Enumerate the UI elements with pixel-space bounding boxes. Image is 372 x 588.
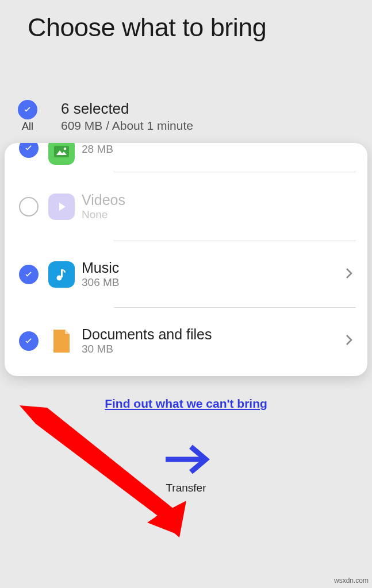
selected-count: 6 selected [61,100,193,118]
transfer-label: Transfer [166,482,206,494]
item-checkbox[interactable] [19,331,39,351]
item-title: Documents and files [82,326,346,343]
cant-bring-link[interactable]: Find out what we can't bring [105,397,267,410]
check-icon [23,335,34,347]
svg-rect-0 [54,146,69,157]
items-card: 28 MB Videos None [5,143,367,376]
item-title: Videos [82,192,354,208]
item-sub: 306 MB [82,276,346,289]
video-icon [48,194,75,220]
chevron-right-icon [346,143,354,154]
check-icon [22,104,33,115]
svg-rect-6 [61,269,63,277]
select-all-checkbox[interactable] [18,100,37,119]
item-checkbox[interactable] [19,197,39,216]
watermark: wsxdn.com [334,577,369,585]
selected-meta: 609 MB / About 1 minute [61,119,193,133]
item-sub: None [82,208,354,221]
list-item[interactable]: 28 MB [5,143,367,172]
list-item[interactable]: Documents and files 30 MB [5,308,367,376]
all-label: All [22,121,33,133]
svg-marker-4 [59,203,66,211]
item-sub: 28 MB [82,143,346,156]
item-sub: 30 MB [82,343,346,355]
music-icon [48,261,75,288]
check-icon [23,269,34,280]
svg-marker-9 [155,501,186,537]
svg-point-2 [64,148,66,150]
item-checkbox[interactable] [19,265,39,284]
item-title: Music [82,260,346,276]
check-icon [23,143,34,154]
document-icon [48,328,75,354]
transfer-button[interactable] [162,443,210,478]
item-checkbox[interactable] [19,143,39,158]
chevron-right-icon [346,266,354,283]
page-title: Choose what to bring [0,0,372,42]
selection-summary: All 6 selected 609 MB / About 1 minute [0,42,372,143]
list-item[interactable]: Videos None [5,172,367,241]
chevron-right-icon [346,333,354,349]
image-icon [48,143,75,165]
list-item[interactable]: Music 306 MB [5,241,367,307]
